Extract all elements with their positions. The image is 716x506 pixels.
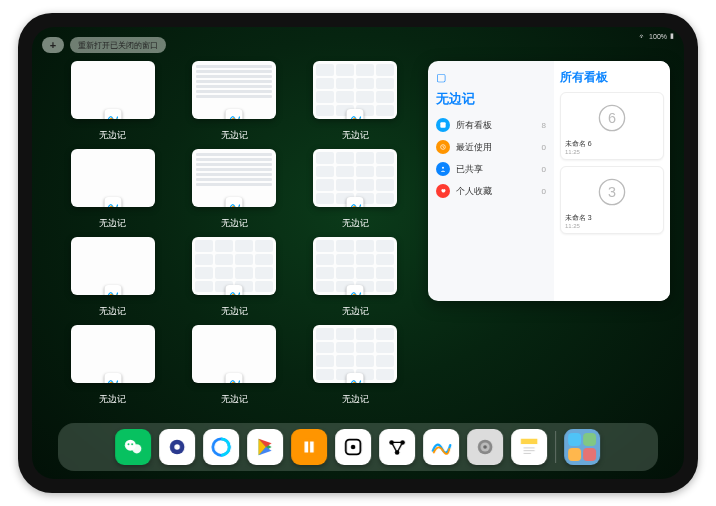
- dock-app-notes[interactable]: [511, 429, 547, 465]
- window-thumbnail[interactable]: 无边记: [56, 237, 169, 321]
- window-thumbnail[interactable]: 无边记: [299, 325, 412, 409]
- category-icon: [436, 162, 450, 176]
- sidebar-item[interactable]: 已共享0: [436, 158, 546, 180]
- window-label: 无边记: [99, 305, 126, 318]
- board-time: 11:25: [565, 149, 659, 155]
- dock-app-wechat[interactable]: [115, 429, 151, 465]
- category-icon: [436, 140, 450, 154]
- dock-app-qqbrowser[interactable]: [203, 429, 239, 465]
- window-thumbnail[interactable]: 无边记: [56, 61, 169, 145]
- freeform-app-icon: [347, 285, 364, 295]
- reopen-closed-window-button[interactable]: 重新打开已关闭的窗口: [70, 37, 166, 53]
- panel-title: 无边记: [436, 90, 546, 108]
- sidebar-item-count: 8: [541, 121, 545, 130]
- sidebar-item[interactable]: 最近使用0: [436, 136, 546, 158]
- svg-point-16: [351, 445, 356, 450]
- freeform-app-icon: [226, 109, 243, 119]
- sidebar-item-count: 0: [541, 187, 545, 196]
- board-card[interactable]: 3未命名 311:25: [560, 166, 664, 234]
- freeform-app-icon: [226, 197, 243, 207]
- dock-app-settings[interactable]: [467, 429, 503, 465]
- board-preview: 6: [565, 97, 659, 139]
- freeform-app-icon: [347, 373, 364, 383]
- panel-sidebar: ··· ▢ 无边记 所有看板8最近使用0已共享0个人收藏0: [428, 61, 554, 301]
- window-label: 无边记: [99, 217, 126, 230]
- sidebar-item[interactable]: 所有看板8: [436, 114, 546, 136]
- svg-point-12: [175, 444, 181, 450]
- dock-app-app-library[interactable]: [564, 429, 600, 465]
- wifi-icon: ᯤ: [639, 33, 646, 40]
- header-controls: + 重新打开已关闭的窗口: [42, 37, 166, 53]
- window-label: 无边记: [342, 393, 369, 406]
- freeform-app-icon: [347, 197, 364, 207]
- freeform-app-icon: [104, 109, 121, 119]
- window-switcher-grid: 无边记无边记无边记无边记无边记无边记无边记无边记无边记无边记无边记无边记: [56, 61, 412, 419]
- board-card[interactable]: 6未命名 611:25: [560, 92, 664, 160]
- window-label: 无边记: [221, 393, 248, 406]
- sidebar-item-label: 已共享: [456, 163, 483, 176]
- svg-text:3: 3: [608, 184, 616, 200]
- freeform-app-icon: [226, 285, 243, 295]
- freeform-app-icon: [104, 285, 121, 295]
- dock-app-dice[interactable]: [335, 429, 371, 465]
- boards-title: 所有看板: [560, 69, 664, 86]
- dock-separator: [555, 431, 556, 463]
- window-thumbnail[interactable]: 无边记: [56, 149, 169, 233]
- window-label: 无边记: [221, 305, 248, 318]
- window-thumbnail[interactable]: 无边记: [299, 237, 412, 321]
- sidebar-item-count: 0: [541, 165, 545, 174]
- window-label: 无边记: [342, 305, 369, 318]
- freeform-app-icon: [347, 109, 364, 119]
- freeform-app-icon: [104, 197, 121, 207]
- freeform-app-icon: [104, 373, 121, 383]
- panel-boards: 所有看板 6未命名 611:253未命名 311:25: [554, 61, 670, 301]
- category-icon: [436, 118, 450, 132]
- svg-point-9: [128, 443, 130, 445]
- dock-app-books[interactable]: [291, 429, 327, 465]
- window-thumbnail[interactable]: 无边记: [299, 149, 412, 233]
- sidebar-toggle-icon[interactable]: ▢: [436, 71, 446, 84]
- sidebar-item-count: 0: [541, 143, 545, 152]
- window-label: 无边记: [342, 129, 369, 142]
- window-thumbnail[interactable]: 无边记: [177, 61, 290, 145]
- window-label: 无边记: [221, 129, 248, 142]
- window-thumbnail[interactable]: 无边记: [177, 149, 290, 233]
- window-thumbnail[interactable]: 无边记: [56, 325, 169, 409]
- content-area: 无边记无边记无边记无边记无边记无边记无边记无边记无边记无边记无边记无边记 ···…: [56, 61, 670, 419]
- sidebar-item-label: 所有看板: [456, 119, 492, 132]
- svg-point-8: [133, 444, 142, 453]
- window-label: 无边记: [221, 217, 248, 230]
- battery-label: 100%: [649, 33, 667, 40]
- dock: [58, 423, 658, 471]
- dock-app-quark[interactable]: [159, 429, 195, 465]
- sidebar-item-label: 最近使用: [456, 141, 492, 154]
- svg-point-22: [484, 445, 488, 449]
- ipad-frame: ᯤ 100% ▮ + 重新打开已关闭的窗口 无边记无边记无边记无边记无边记无边记…: [18, 13, 698, 493]
- svg-point-2: [442, 167, 444, 169]
- freeform-app-icon: [226, 373, 243, 383]
- window-label: 无边记: [99, 129, 126, 142]
- dock-app-freeform[interactable]: [423, 429, 459, 465]
- new-window-button[interactable]: +: [42, 37, 64, 53]
- dock-app-play[interactable]: [247, 429, 283, 465]
- window-thumbnail[interactable]: 无边记: [177, 325, 290, 409]
- screen: ᯤ 100% ▮ + 重新打开已关闭的窗口 无边记无边记无边记无边记无边记无边记…: [32, 27, 684, 479]
- sidebar-item[interactable]: 个人收藏0: [436, 180, 546, 202]
- svg-text:6: 6: [608, 110, 616, 126]
- battery-icon: ▮: [670, 32, 674, 40]
- dock-app-nodes[interactable]: [379, 429, 415, 465]
- svg-rect-14: [301, 439, 318, 456]
- svg-rect-0: [440, 122, 445, 127]
- sidebar-item-label: 个人收藏: [456, 185, 492, 198]
- window-thumbnail[interactable]: 无边记: [177, 237, 290, 321]
- board-name: 未命名 3: [565, 213, 659, 223]
- board-preview: 3: [565, 171, 659, 213]
- svg-rect-23: [521, 439, 538, 445]
- svg-point-10: [132, 443, 134, 445]
- freeform-side-panel[interactable]: ··· ▢ 无边记 所有看板8最近使用0已共享0个人收藏0 所有看板 6未命名 …: [428, 61, 670, 301]
- window-label: 无边记: [342, 217, 369, 230]
- window-thumbnail[interactable]: 无边记: [299, 61, 412, 145]
- window-label: 无边记: [99, 393, 126, 406]
- category-icon: [436, 184, 450, 198]
- board-name: 未命名 6: [565, 139, 659, 149]
